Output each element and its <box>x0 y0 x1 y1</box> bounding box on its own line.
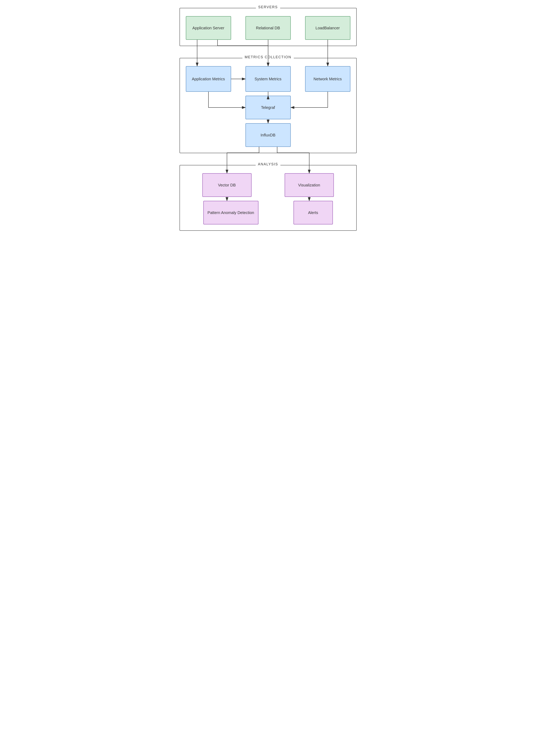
metrics-section: METRICS COLLECTION Application Metrics S… <box>180 58 357 153</box>
vector-db-box: Vector DB <box>202 173 251 197</box>
app-server-box: Application Server <box>186 16 231 40</box>
servers-label: SERVERS <box>256 5 280 9</box>
telegraf-box: Telegraf <box>246 96 291 119</box>
analysis-label: ANALYSIS <box>255 162 281 166</box>
influxdb-box: InfluxDB <box>246 123 291 147</box>
system-metrics-box: System Metrics <box>246 66 291 92</box>
telegraf-row: Telegraf <box>186 96 351 119</box>
metrics-label: METRICS COLLECTION <box>242 55 294 59</box>
analysis-bottom-row: Pattern Anomaly Detection Alerts <box>186 201 351 224</box>
analysis-section: ANALYSIS Vector DB Visualization Pattern… <box>180 165 357 231</box>
load-balancer-box: LoadBalancer <box>305 16 351 40</box>
network-metrics-box: Network Metrics <box>305 66 351 92</box>
visualization-box: Visualization <box>285 173 334 197</box>
servers-row: Application Server Relational DB LoadBal… <box>186 16 351 40</box>
diagram-container: SERVERS Application Server Relational DB… <box>180 8 357 231</box>
alerts-box: Alerts <box>293 201 333 224</box>
metrics-row: Application Metrics System Metrics Netwo… <box>186 66 351 92</box>
analysis-top-row: Vector DB Visualization <box>186 173 351 197</box>
app-metrics-box: Application Metrics <box>186 66 231 92</box>
servers-section: SERVERS Application Server Relational DB… <box>180 8 357 46</box>
influxdb-row: InfluxDB <box>186 123 351 147</box>
pattern-anomaly-box: Pattern Anomaly Detection <box>203 201 258 224</box>
relational-db-box: Relational DB <box>246 16 291 40</box>
